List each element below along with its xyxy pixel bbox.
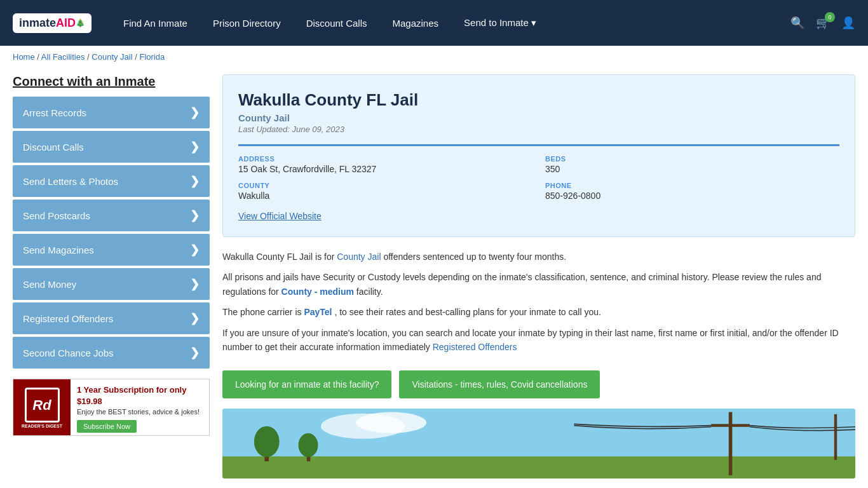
- ad-tagline: 1 Year Subscription for only $19.98: [77, 384, 203, 407]
- sidebar-item-label: Arrest Records: [23, 107, 86, 118]
- main-content: Connect with an Inmate Arrest Records ❯ …: [0, 68, 868, 488]
- header-icons: 🔍 🛒 0 👤: [790, 16, 855, 30]
- phone-block: PHONE 850-926-0800: [545, 182, 839, 201]
- sidebar-item-registered-offenders[interactable]: Registered Offenders ❯: [13, 302, 210, 334]
- facility-name: Wakulla County FL Jail: [238, 90, 839, 110]
- county-jail-link[interactable]: County Jail: [337, 252, 381, 262]
- paytel-link[interactable]: PayTel: [304, 307, 332, 317]
- address-label: ADDRESS: [238, 155, 532, 163]
- search-button[interactable]: 🔍: [790, 16, 804, 30]
- svg-rect-0: [222, 409, 855, 458]
- ad-logo: Rd: [25, 388, 60, 423]
- sidebar-item-label: Second Chance Jobs: [23, 348, 114, 358]
- action-buttons: Looking for an inmate at this facility? …: [222, 370, 855, 398]
- cart-badge: 0: [825, 12, 835, 22]
- svg-point-2: [356, 412, 426, 433]
- sidebar-item-discount-calls[interactable]: Discount Calls ❯: [13, 131, 210, 163]
- sidebar-item-label: Send Letters & Photos: [23, 176, 118, 187]
- chevron-right-icon: ❯: [190, 346, 200, 360]
- beds-label: BEDS: [545, 155, 839, 163]
- breadcrumb: Home / All Facilities / County Jail / Fl…: [0, 46, 868, 68]
- sidebar-item-label: Send Postcards: [23, 210, 90, 221]
- sidebar-title: Connect with an Inmate: [13, 74, 210, 89]
- description-para4: If you are unsure of your inmate's locat…: [222, 326, 855, 355]
- sidebar-item-send-money[interactable]: Send Money ❯: [13, 268, 210, 300]
- address-value: 15 Oak St, Crawfordville, FL 32327: [238, 164, 532, 174]
- svg-point-10: [299, 433, 318, 458]
- logo-text: inmateAID: [19, 17, 76, 30]
- nav-discount-calls[interactable]: Discount Calls: [306, 18, 367, 29]
- sidebar-item-send-magazines[interactable]: Send Magazines ❯: [13, 234, 210, 266]
- county-value: Wakulla: [238, 191, 532, 201]
- chevron-right-icon: ❯: [190, 243, 200, 257]
- description-section: Wakulla County FL Jail is for County Jai…: [222, 250, 855, 370]
- svg-rect-4: [729, 412, 733, 476]
- facility-photo-svg: [222, 409, 855, 478]
- chevron-right-icon: ❯: [190, 208, 200, 222]
- chevron-right-icon: ❯: [190, 174, 200, 188]
- ad-subtitle: Enjoy the BEST stories, advice & jokes!: [77, 407, 203, 417]
- sidebar-item-arrest-records[interactable]: Arrest Records ❯: [13, 97, 210, 128]
- sidebar-ad: Rd READER'S DIGEST 1 Year Subscription f…: [13, 379, 210, 436]
- logo-area[interactable]: inmateAID 🎄: [13, 13, 92, 33]
- logo-icon: 🎄: [76, 18, 85, 27]
- official-website-link[interactable]: View Official Website: [238, 211, 322, 221]
- facility-photo: [222, 409, 855, 478]
- ad-left: Rd READER'S DIGEST: [13, 379, 71, 436]
- user-icon: 👤: [841, 17, 855, 29]
- description-para3: The phone carrier is PayTel , to see the…: [222, 305, 855, 319]
- svg-rect-3: [222, 457, 855, 479]
- info-grid: ADDRESS 15 Oak St, Crawfordville, FL 323…: [238, 144, 839, 221]
- ad-subscribe-button[interactable]: Subscribe Now: [77, 420, 137, 433]
- search-icon: 🔍: [790, 17, 804, 29]
- nav-magazines[interactable]: Magazines: [393, 18, 439, 29]
- county-label: COUNTY: [238, 182, 532, 189]
- ad-brand: READER'S DIGEST: [22, 424, 62, 428]
- sidebar-menu: Arrest Records ❯ Discount Calls ❯ Send L…: [13, 97, 210, 369]
- breadcrumb-home[interactable]: Home: [13, 52, 35, 62]
- sidebar-item-label: Send Magazines: [23, 245, 94, 255]
- sidebar-item-label: Registered Offenders: [23, 313, 113, 324]
- sidebar-item-send-postcards[interactable]: Send Postcards ❯: [13, 200, 210, 231]
- visitations-button[interactable]: Visitations - times, rules, Covid cancel…: [399, 370, 600, 398]
- ad-right: 1 Year Subscription for only $19.98 Enjo…: [71, 379, 209, 435]
- nav-send-to-inmate[interactable]: Send to Inmate ▾: [464, 17, 536, 29]
- main-nav: Find An Inmate Prison Directory Discount…: [123, 17, 771, 29]
- description-para2: All prisons and jails have Security or C…: [222, 270, 855, 299]
- sidebar: Connect with an Inmate Arrest Records ❯ …: [13, 74, 210, 478]
- chevron-right-icon: ❯: [190, 140, 200, 154]
- facility-card: Wakulla County FL Jail County Jail Last …: [222, 74, 855, 237]
- beds-block: BEDS 350: [545, 155, 839, 174]
- phone-value: 850-926-0800: [545, 191, 839, 201]
- chevron-right-icon: ❯: [190, 277, 200, 291]
- registered-offenders-link[interactable]: Registered Offenders: [433, 342, 517, 352]
- county-block: COUNTY Wakulla: [238, 182, 532, 201]
- breadcrumb-county-jail[interactable]: County Jail: [92, 52, 132, 62]
- sidebar-item-send-letters[interactable]: Send Letters & Photos ❯: [13, 165, 210, 197]
- svg-rect-5: [711, 424, 750, 427]
- address-block: ADDRESS 15 Oak St, Crawfordville, FL 323…: [238, 155, 532, 174]
- description-para1: Wakulla County FL Jail is for County Jai…: [222, 250, 855, 264]
- user-button[interactable]: 👤: [841, 16, 855, 30]
- svg-rect-6: [834, 414, 837, 460]
- chevron-right-icon: ❯: [190, 311, 200, 325]
- sidebar-item-second-chance-jobs[interactable]: Second Chance Jobs ❯: [13, 337, 210, 369]
- svg-point-8: [254, 426, 280, 458]
- nav-prison-directory[interactable]: Prison Directory: [213, 18, 281, 29]
- logo-box: inmateAID 🎄: [13, 13, 92, 33]
- sidebar-item-label: Discount Calls: [23, 142, 84, 152]
- chevron-right-icon: ❯: [190, 105, 200, 119]
- county-medium-link[interactable]: County - medium: [281, 287, 354, 297]
- content-panel: Wakulla County FL Jail County Jail Last …: [222, 74, 855, 478]
- find-inmate-button[interactable]: Looking for an inmate at this facility?: [222, 370, 391, 398]
- phone-label: PHONE: [545, 182, 839, 189]
- breadcrumb-all-facilities[interactable]: All Facilities: [41, 52, 85, 62]
- site-header: inmateAID 🎄 Find An Inmate Prison Direct…: [0, 0, 868, 46]
- official-link-block: View Official Website: [238, 211, 839, 221]
- sidebar-item-label: Send Money: [23, 279, 76, 290]
- cart-button[interactable]: 🛒 0: [816, 16, 830, 30]
- facility-updated: Last Updated: June 09, 2023: [238, 125, 839, 134]
- facility-type: County Jail: [238, 112, 839, 123]
- nav-find-inmate[interactable]: Find An Inmate: [123, 18, 187, 29]
- breadcrumb-state[interactable]: Florida: [139, 52, 165, 62]
